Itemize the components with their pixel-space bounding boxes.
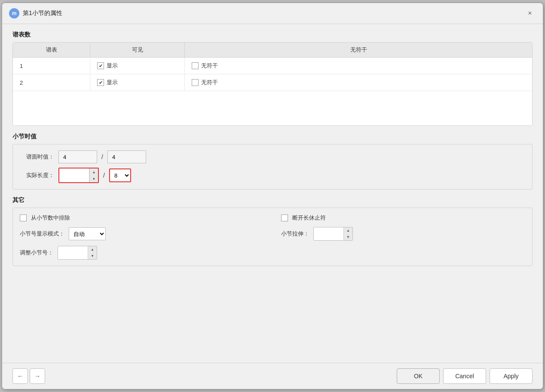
exclude-label: 从小节数中排除 — [31, 214, 70, 222]
adjust-bar-spinbox-btns: ▲ ▼ — [88, 246, 97, 259]
break-rest-row: 断开长休止符 — [281, 214, 525, 222]
row1-visible-checkbox[interactable] — [97, 62, 104, 69]
title-bar-left: m 第1小节的属性 — [9, 8, 62, 18]
spinbox-down-btn[interactable]: ▼ — [89, 175, 98, 182]
table-row: 1 显示 无符干 — [13, 58, 532, 74]
adjust-bar-down-btn[interactable]: ▼ — [88, 253, 97, 259]
dialog-body: 谱表数 谱表 可见 无符干 1 显示 — [2, 24, 543, 363]
actual-numerator-spinbox[interactable]: 1 ▲ ▼ — [58, 168, 99, 183]
actual-numerator-input[interactable]: 1 — [59, 168, 89, 182]
exclude-row: 从小节数中排除 — [20, 214, 264, 222]
break-rest-label: 断开长休止符 — [292, 214, 326, 222]
nav-next-button[interactable]: → — [30, 368, 45, 384]
bar-stretch-down-btn[interactable]: ▼ — [344, 234, 352, 240]
bar-number-mode-select[interactable]: 自动 始终显示 从不显示 — [69, 228, 105, 240]
bar-number-mode-row: 小节号显示模式： 自动 始终显示 从不显示 — [20, 227, 264, 241]
other-section: 其它 从小节数中排除 断开长休止符 小节号显示模式： — [12, 196, 533, 266]
bar-number-mode-label: 小节号显示模式： — [20, 230, 64, 238]
nominal-numerator-field: 4 — [58, 150, 97, 163]
spinbox-buttons: ▲ ▼ — [89, 168, 98, 182]
bar-stretch-input[interactable]: 1.00 — [314, 227, 344, 240]
col-nostem: 无符干 — [185, 43, 532, 57]
actual-label: 实际长度： — [20, 172, 54, 179]
score-count-title: 谱表数 — [12, 31, 533, 39]
close-button[interactable]: × — [524, 7, 536, 19]
nominal-slash: / — [101, 153, 103, 160]
adjust-bar-spinbox[interactable]: 0 ▲ ▼ — [58, 246, 97, 260]
actual-denominator-select[interactable]: 8 1 2 4 16 32 64 — [110, 169, 130, 181]
row2-visible: 显示 — [90, 74, 185, 91]
bar-stretch-spinbox[interactable]: 1.00 ▲ ▼ — [313, 227, 353, 241]
bar-stretch-row: 小节拉伸： 1.00 ▲ ▼ — [281, 227, 525, 241]
row1-visible: 显示 — [90, 58, 185, 74]
other-empty — [281, 246, 525, 260]
other-section-box: 从小节数中排除 断开长休止符 小节号显示模式： 自动 始终显示 — [12, 208, 533, 266]
row2-id: 2 — [13, 75, 90, 90]
row1-nostem-cb-wrapper[interactable]: 无符干 — [192, 62, 218, 70]
row2-visible-checkbox[interactable] — [97, 79, 104, 86]
apply-button[interactable]: Apply — [490, 368, 533, 384]
table-row: 2 显示 无符干 — [13, 74, 532, 91]
col-visible: 可见 — [90, 43, 185, 57]
row1-nostem: 无符干 — [185, 58, 532, 74]
app-icon: m — [9, 8, 19, 18]
beat-value-section: 小节时值 谱面时值： 4 / 4 实际长度： 1 — [12, 133, 533, 190]
row2-visible-cb-wrapper[interactable]: 显示 — [97, 79, 118, 86]
adjust-bar-label: 调整小节号： — [20, 249, 53, 257]
adjust-bar-up-btn[interactable]: ▲ — [88, 246, 97, 253]
title-bar: m 第1小节的属性 × — [2, 3, 543, 24]
score-count-section: 谱表数 谱表 可见 无符干 1 显示 — [12, 31, 533, 126]
actual-denominator-dropdown[interactable]: 8 1 2 4 16 32 64 — [109, 168, 131, 182]
row2-nostem-cb-wrapper[interactable]: 无符干 — [192, 79, 218, 86]
other-title: 其它 — [12, 196, 533, 204]
actual-row: 实际长度： 1 ▲ ▼ / 8 1 2 4 — [20, 168, 525, 183]
col-score: 谱表 — [13, 43, 90, 57]
bar-stretch-up-btn[interactable]: ▲ — [344, 227, 352, 234]
nominal-label: 谱面时值： — [20, 153, 54, 161]
ok-button[interactable]: OK — [397, 368, 440, 384]
bar-stretch-spinbox-btns: ▲ ▼ — [344, 227, 352, 240]
adjust-bar-row: 调整小节号： 0 ▲ ▼ — [20, 246, 264, 260]
row2-nostem-checkbox[interactable] — [192, 79, 199, 86]
nominal-denominator-field: 4 — [107, 150, 146, 163]
adjust-bar-input[interactable]: 0 — [58, 246, 88, 259]
spinbox-up-btn[interactable]: ▲ — [89, 168, 98, 175]
footer-nav: ← → — [12, 368, 45, 384]
properties-dialog: m 第1小节的属性 × 谱表数 谱表 可见 无符干 1 — [2, 3, 543, 389]
score-table: 谱表 可见 无符干 1 显示 — [12, 42, 533, 126]
row1-id: 1 — [13, 58, 90, 74]
row1-visible-cb-wrapper[interactable]: 显示 — [97, 62, 118, 70]
break-rest-checkbox[interactable] — [281, 214, 288, 221]
row1-nostem-checkbox[interactable] — [192, 62, 199, 69]
exclude-checkbox[interactable] — [20, 214, 27, 221]
actual-slash: / — [103, 172, 105, 179]
nav-prev-button[interactable]: ← — [12, 368, 28, 384]
other-grid: 从小节数中排除 断开长休止符 小节号显示模式： 自动 始终显示 — [20, 214, 525, 260]
nominal-row: 谱面时值： 4 / 4 — [20, 150, 525, 163]
beat-value-title: 小节时值 — [12, 133, 533, 141]
row2-nostem: 无符干 — [185, 74, 532, 91]
footer-actions: OK Cancel Apply — [397, 368, 533, 384]
beat-section-box: 谱面时值： 4 / 4 实际长度： 1 ▲ — [12, 144, 533, 190]
dialog-footer: ← → OK Cancel Apply — [2, 363, 543, 389]
table-empty-area — [13, 91, 532, 126]
table-header: 谱表 可见 无符干 — [13, 43, 532, 58]
dialog-title: 第1小节的属性 — [23, 9, 62, 17]
bar-number-mode-dropdown[interactable]: 自动 始终显示 从不显示 — [69, 227, 106, 240]
cancel-button[interactable]: Cancel — [443, 368, 486, 384]
bar-stretch-label: 小节拉伸： — [281, 230, 309, 238]
